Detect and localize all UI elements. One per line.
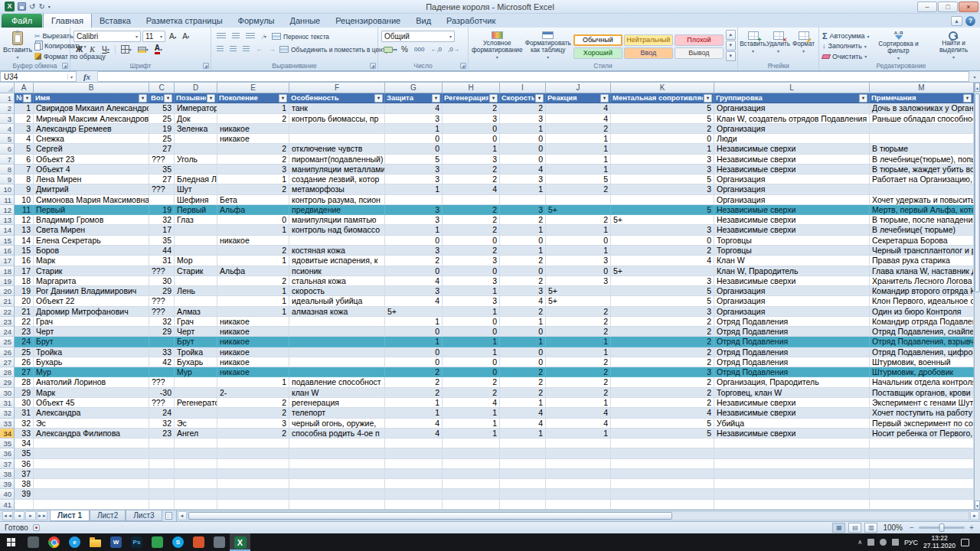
cell-K15[interactable]: 0 [611, 236, 714, 246]
cell-H25[interactable]: 1 [443, 337, 500, 347]
scroll-right-arrow[interactable]: ► [970, 511, 979, 520]
cell-A2[interactable]: 1 [15, 103, 34, 113]
cell-D24[interactable]: Черт [175, 327, 217, 337]
row-header-34[interactable]: 34 [0, 429, 15, 439]
taskbar-photoshop-icon[interactable]: Ps [126, 533, 147, 551]
cell-C24[interactable]: 29 [149, 327, 175, 337]
cell-F15[interactable] [289, 236, 385, 246]
cell-M25[interactable]: Отряд Подавления, взрывчатка [870, 337, 974, 347]
orientation-button[interactable]: ∕▾ [259, 31, 270, 42]
cell-G10[interactable]: 1 [385, 184, 443, 194]
row-header-2[interactable]: 2 [0, 103, 15, 113]
cell-G27[interactable]: 0 [385, 357, 443, 367]
cell-H20[interactable]: 1 [443, 286, 500, 296]
cell-I10[interactable]: 1 [500, 184, 546, 194]
minimize-button[interactable]: – [917, 2, 937, 12]
cell-G7[interactable]: 5 [385, 155, 443, 165]
cell-H21[interactable]: 3 [443, 296, 500, 306]
cell-B2[interactable]: Свиридов Михаил Александрович [34, 103, 149, 113]
cell-F3[interactable]: контроль биомассы, пр [289, 114, 385, 124]
cell-F34[interactable]: способна родить 4-ое п [289, 429, 385, 439]
cell-A30[interactable]: 29 [15, 388, 34, 398]
cell-A36[interactable]: 35 [15, 448, 34, 458]
cell-G31[interactable]: 1 [385, 398, 443, 408]
cell-J9[interactable]: 5 [546, 174, 611, 184]
cell-J14[interactable]: 1 [546, 225, 611, 235]
cell-H37[interactable] [443, 459, 500, 469]
cell-M33[interactable]: Первый эксперимент по создани [870, 419, 974, 429]
cell-A8[interactable]: 7 [15, 165, 34, 174]
clipboard-dialog-launcher[interactable]: ◢ [62, 63, 68, 69]
cell-L28[interactable]: Отряд Подавления [714, 367, 870, 377]
gallery-up-button[interactable]: ▲ [726, 30, 736, 40]
cell-J22[interactable]: 2 [546, 307, 611, 317]
cell-style-0[interactable]: Обычный [573, 34, 622, 46]
cell-D21[interactable] [175, 296, 217, 306]
ribbon-tab-6[interactable]: Рецензирование [328, 14, 408, 28]
cell-I27[interactable]: 0 [500, 357, 546, 367]
tray-icon-3[interactable] [892, 539, 899, 546]
cell-B25[interactable]: Брут [34, 337, 149, 347]
cell-M6[interactable]: В тюрьме [870, 144, 974, 154]
cell-G37[interactable] [385, 459, 443, 469]
align-bottom-button[interactable] [243, 31, 257, 42]
cell-I30[interactable]: 2 [500, 388, 546, 398]
cell-H3[interactable]: 3 [443, 114, 500, 124]
cell-M41[interactable] [870, 500, 974, 510]
cell-I8[interactable]: 4 [500, 165, 546, 174]
cell-J18[interactable]: 0 [546, 266, 611, 276]
cell-H2[interactable]: 2 [443, 103, 500, 113]
cell-K14[interactable]: 3 [611, 225, 714, 235]
cell-B40[interactable] [34, 489, 149, 499]
last-sheet-button[interactable]: ►► [37, 511, 47, 520]
cell-C4[interactable]: 19 [149, 124, 175, 134]
column-header-G[interactable]: G [385, 83, 443, 93]
cell-C36[interactable] [149, 448, 175, 458]
cell-M34[interactable]: Носит ребенка от Первого, прит [870, 429, 974, 439]
row-header-28[interactable]: 28 [0, 367, 15, 377]
cell-A10[interactable]: 9 [15, 184, 34, 194]
cell-L5[interactable]: Люди [714, 134, 870, 144]
cell-D33[interactable]: Эс [175, 419, 217, 429]
cell-E14[interactable]: 1 [217, 225, 289, 235]
cell-J24[interactable]: 2 [546, 327, 611, 337]
cell-F7[interactable]: пиромант(подавленный) [289, 155, 385, 165]
cell-J10[interactable]: 2 [546, 184, 611, 194]
cell-F5[interactable] [289, 134, 385, 144]
cell-C12[interactable]: 19 [149, 205, 175, 215]
cell-E22[interactable]: 1 [217, 307, 289, 317]
cell-K40[interactable] [611, 489, 714, 499]
cell-F21[interactable]: идеальный убийца [289, 296, 385, 306]
cell-F20[interactable]: скорость [289, 286, 385, 296]
cell-I41[interactable] [500, 500, 546, 510]
cell-L6[interactable]: Независимые сверхи [714, 144, 870, 154]
row-header-14[interactable]: 14 [0, 225, 15, 235]
cell-C20[interactable]: 29 [149, 286, 175, 296]
clear-button[interactable]: Очистить▾ [822, 52, 870, 61]
increase-decimal-button[interactable]: ←,0 [428, 44, 444, 55]
cell-D11[interactable]: Шефиня [175, 195, 217, 205]
row-header-25[interactable]: 25 [0, 337, 15, 347]
cell-H24[interactable]: 0 [443, 327, 500, 337]
column-header-M[interactable]: M [870, 83, 974, 93]
language-indicator[interactable]: РУС [904, 539, 918, 546]
ribbon-tab-3[interactable]: Разметка страницы [139, 14, 230, 28]
cell-J13[interactable]: 2 [546, 215, 611, 225]
cell-H7[interactable]: 3 [443, 155, 500, 165]
cell-D17[interactable]: Мор [175, 256, 217, 266]
cell-H4[interactable]: 0 [443, 124, 500, 134]
cell-C14[interactable]: 17 [149, 225, 175, 235]
taskbar-browser-blue-icon[interactable]: e [64, 533, 85, 551]
cell-M32[interactable]: Хочет поступить на работу в Орг [870, 408, 974, 418]
cell-F38[interactable] [289, 469, 385, 479]
cell-I19[interactable]: 2 [500, 276, 546, 286]
cell-I33[interactable]: 4 [500, 419, 546, 429]
taskbar-clock[interactable]: 13:22 27.11.2020 [923, 535, 956, 549]
cell-I7[interactable]: 0 [500, 155, 546, 165]
cell-A14[interactable]: 13 [15, 225, 34, 235]
row-header-7[interactable]: 7 [0, 155, 15, 165]
cell-M39[interactable] [870, 479, 974, 489]
cell-K13[interactable]: 5+ [611, 215, 714, 225]
cell-D22[interactable]: Алмаз [175, 307, 217, 317]
cell-C33[interactable]: 32 [149, 419, 175, 429]
